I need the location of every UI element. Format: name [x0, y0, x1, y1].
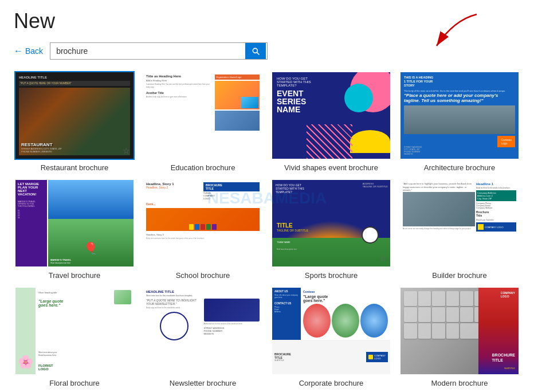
- template-item[interactable]: HEADLINE TITLE "PUT A QUOTE HERE OR YOUR…: [14, 71, 135, 172]
- main-page: New ← Back NESABAMEDIA: [0, 0, 534, 392]
- pin-icon: ☆: [379, 254, 387, 263]
- template-item[interactable]: Title as Heading Here Add a Heading Here…: [142, 71, 264, 172]
- template-thumbnail: COMPANYLOGO BROCHURETITLE SUBTITLE: [399, 287, 520, 375]
- template-label: Modern brochure: [431, 379, 488, 387]
- template-thumbnail: ABOUT US Short info about your company g…: [271, 287, 391, 375]
- search-input-wrapper: [50, 42, 268, 60]
- search-button[interactable]: [245, 43, 266, 59]
- search-icon: [251, 46, 260, 56]
- red-arrow-annotation: [419, 9, 488, 57]
- template-thumbnail: HOW DO YOU GETSTARTED WITH THISTEMPLATE?…: [271, 71, 391, 160]
- template-item[interactable]: THIS IS A HEADING1 TITLE FOR YOURSTORY T…: [399, 71, 520, 172]
- template-thumbnail: HOW DO YOU GETSTARTED WITH THISTEMPLATE?…: [271, 179, 391, 268]
- template-label: School brochure: [176, 271, 230, 280]
- template-item[interactable]: HEADLINE TITLE Short intro text for this…: [142, 287, 264, 387]
- template-thumbnail: "Add a quote here to highlight your busi…: [399, 179, 520, 268]
- pin-icon: ☆: [123, 146, 130, 155]
- template-label: Sports brochure: [305, 271, 358, 280]
- template-item[interactable]: Short heading title "Large quotegoes her…: [14, 287, 135, 387]
- search-input[interactable]: [50, 43, 245, 59]
- template-thumbnail: Short heading title "Large quotegoes her…: [14, 287, 135, 375]
- template-label: Education brochure: [171, 163, 235, 172]
- template-thumbnail: Title as Heading Here Add a Heading Here…: [143, 71, 263, 160]
- template-item[interactable]: HOW DO YOU GETSTARTED WITH THISTEMPLATE?…: [270, 179, 392, 280]
- template-label: Corporate brochure: [299, 379, 364, 387]
- back-label: Back: [25, 46, 43, 56]
- template-label: Restaurant brochure: [41, 163, 109, 172]
- template-thumbnail: LET MARGIEPLAN YOUR NEXTVACATION! MARGIE…: [14, 179, 135, 268]
- template-thumbnail: THIS IS A HEADING1 TITLE FOR YOURSTORY T…: [399, 71, 520, 160]
- template-thumbnail: HEADLINE TITLE "PUT A QUOTE HERE OR YOUR…: [14, 71, 135, 160]
- template-label: Newsletter brochure: [170, 379, 236, 387]
- template-label: Vivid shapes event brochure: [284, 163, 378, 172]
- template-label: Floral brochure: [49, 379, 99, 387]
- template-item[interactable]: Headline, Story 1 Headline, Story 2 BROC…: [142, 179, 264, 280]
- template-label: Travel brochure: [49, 271, 101, 280]
- back-arrow-icon: ←: [14, 46, 23, 56]
- template-label: Builder brochure: [432, 271, 486, 280]
- template-item[interactable]: ABOUT US Short info about your company g…: [270, 287, 392, 387]
- template-thumbnail: HEADLINE TITLE Short intro text for this…: [143, 287, 263, 375]
- template-item[interactable]: COMPANYLOGO BROCHURETITLE SUBTITLE Moder…: [399, 287, 520, 387]
- template-item[interactable]: HOW DO YOU GETSTARTED WITH THISTEMPLATE?…: [270, 71, 392, 172]
- template-item[interactable]: LET MARGIEPLAN YOUR NEXTVACATION! MARGIE…: [14, 179, 135, 280]
- back-button[interactable]: ← Back: [14, 46, 43, 56]
- template-label: Architecture brochure: [424, 163, 495, 172]
- template-thumbnail: Headline, Story 1 Headline, Story 2 BROC…: [143, 179, 263, 268]
- template-item[interactable]: "Add a quote here to highlight your busi…: [399, 179, 520, 280]
- templates-grid: HEADLINE TITLE "PUT A QUOTE HERE OR YOUR…: [14, 71, 520, 387]
